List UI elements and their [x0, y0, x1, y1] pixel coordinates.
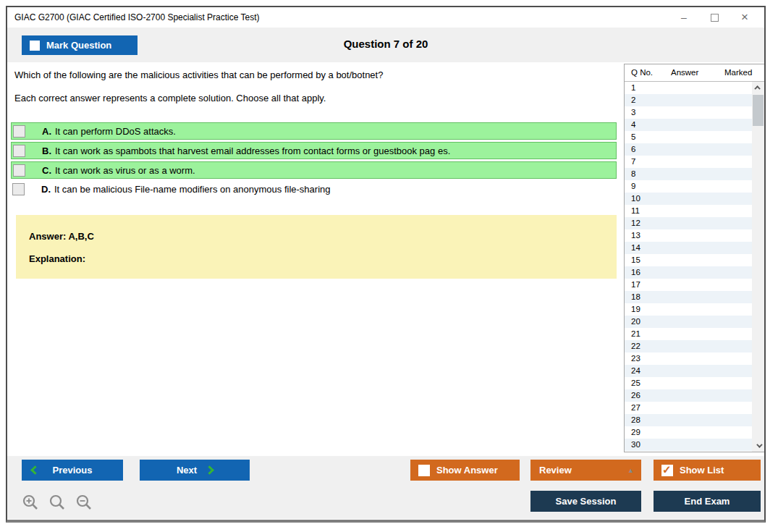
show-answer-button[interactable]: Show Answer: [410, 460, 520, 481]
question-list-row[interactable]: 26: [625, 389, 752, 402]
option-text: It can work as spambots that harvest ema…: [55, 145, 450, 156]
save-session-button[interactable]: Save Session: [530, 491, 641, 512]
question-list-row[interactable]: 6: [625, 143, 752, 156]
question-list-row[interactable]: 1: [625, 82, 752, 94]
question-list-row[interactable]: 22: [625, 340, 752, 352]
close-button[interactable]: ×: [730, 7, 760, 28]
question-list-row[interactable]: 13: [625, 229, 752, 242]
question-list-row[interactable]: 11: [625, 205, 752, 217]
show-list-checkbox[interactable]: ✓: [661, 465, 673, 476]
question-list-row[interactable]: 17: [625, 279, 752, 291]
answer-option-a[interactable]: A.It can perform DDoS attacks.: [11, 122, 617, 140]
question-list-row[interactable]: 5: [625, 131, 752, 143]
show-list-button[interactable]: ✓ Show List: [654, 460, 761, 481]
previous-label: Previous: [53, 465, 93, 476]
question-list-row[interactable]: 25: [625, 377, 752, 389]
previous-button[interactable]: Previous: [22, 460, 123, 481]
question-list-row[interactable]: 2: [625, 94, 752, 106]
row-qno: 5: [625, 131, 664, 143]
row-qno: 30: [625, 439, 664, 451]
option-letter: B.: [42, 145, 51, 156]
option-letter: A.: [42, 126, 51, 137]
footer-bar: Previous Next Show Answer Review ▲ ✓ Sho…: [7, 456, 764, 519]
scroll-up-button[interactable]: [752, 82, 764, 93]
question-list-row[interactable]: 14: [625, 242, 752, 254]
window-title: GIAC G2700 (GIAC Certified ISO-2700 Spec…: [14, 12, 260, 22]
answer-option-d[interactable]: D.It can be malicious File-name modifier…: [11, 181, 617, 198]
question-list-row[interactable]: 12: [625, 217, 752, 229]
close-icon: ×: [741, 10, 748, 25]
option-checkbox[interactable]: [13, 145, 25, 157]
question-list-row[interactable]: 15: [625, 254, 752, 266]
row-qno: 23: [625, 352, 664, 365]
option-checkbox[interactable]: [12, 183, 25, 195]
explanation-label: Explanation:: [29, 253, 617, 264]
row-qno: 19: [625, 303, 664, 316]
question-list-row[interactable]: 10: [625, 193, 752, 205]
question-list-row[interactable]: 18: [625, 291, 752, 303]
question-list-row[interactable]: 21: [625, 328, 752, 340]
maximize-button[interactable]: [699, 7, 730, 28]
question-instruction: Each correct answer represents a complet…: [14, 93, 326, 104]
zoom-out-icon[interactable]: [75, 494, 93, 512]
question-list-rows: 1 2 3 4 5 6 7 8 9 10: [625, 82, 752, 452]
next-button[interactable]: Next: [140, 460, 250, 481]
row-qno: 18: [625, 291, 664, 303]
row-qno: 11: [625, 205, 664, 217]
question-text: Which of the following are the malicious…: [14, 69, 383, 80]
row-qno: 2: [625, 94, 664, 106]
question-list-row[interactable]: 23: [625, 352, 752, 365]
list-scrollbar[interactable]: [752, 82, 764, 452]
app-window: GIAC G2700 (GIAC Certified ISO-2700 Spec…: [6, 6, 766, 523]
option-checkbox[interactable]: [13, 125, 25, 138]
answer-option-c[interactable]: C.It can work as virus or as a worm.: [11, 161, 617, 179]
row-qno: 14: [625, 242, 664, 254]
show-answer-checkbox[interactable]: [418, 465, 430, 476]
row-qno: 6: [625, 143, 664, 156]
option-checkbox[interactable]: [13, 164, 25, 177]
save-session-label: Save Session: [556, 496, 617, 507]
row-qno: 22: [625, 340, 664, 352]
main-area: Which of the following are the malicious…: [7, 62, 764, 456]
minimize-icon: –: [681, 14, 687, 21]
chevron-left-icon: [30, 465, 40, 475]
question-list-row[interactable]: 27: [625, 402, 752, 414]
question-list-panel: Q No. Answer Marked 1 2 3 4 5 6 7: [624, 64, 764, 452]
question-list-row[interactable]: 20: [625, 316, 752, 328]
row-qno: 10: [625, 193, 664, 205]
row-qno: 4: [625, 119, 664, 131]
question-list-row[interactable]: 28: [625, 414, 752, 426]
zoom-in-icon[interactable]: [22, 494, 40, 512]
show-list-label: Show List: [680, 465, 724, 476]
title-bar: GIAC G2700 (GIAC Certified ISO-2700 Spec…: [7, 7, 764, 28]
question-list-row[interactable]: 29: [625, 426, 752, 439]
question-list-row[interactable]: 7: [625, 156, 752, 168]
question-list-row[interactable]: 16: [625, 266, 752, 279]
row-qno: 13: [625, 229, 664, 242]
question-list-row[interactable]: 8: [625, 168, 752, 180]
row-qno: 15: [625, 254, 664, 266]
row-qno: 20: [625, 316, 664, 328]
answer-option-b[interactable]: B.It can work as spambots that harvest e…: [11, 142, 617, 159]
next-label: Next: [177, 465, 197, 476]
question-list-row[interactable]: 24: [625, 365, 752, 377]
show-answer-label: Show Answer: [436, 465, 498, 476]
option-text: It can work as virus or as a worm.: [55, 165, 195, 176]
review-dropdown[interactable]: Review ▲: [530, 460, 641, 481]
row-qno: 24: [625, 365, 664, 377]
question-list-row[interactable]: 9: [625, 180, 752, 193]
column-header-qno: Q No.: [631, 68, 653, 77]
scroll-down-button[interactable]: [752, 440, 764, 452]
question-list-row[interactable]: 3: [625, 106, 752, 119]
scrollbar-thumb[interactable]: [753, 95, 764, 126]
question-list-row[interactable]: 30: [625, 439, 752, 451]
minimize-button[interactable]: –: [669, 7, 699, 28]
column-header-marked: Marked: [724, 68, 752, 77]
maximize-icon: [711, 14, 719, 22]
zoom-reset-icon[interactable]: [48, 494, 67, 512]
end-exam-button[interactable]: End Exam: [654, 491, 761, 512]
row-qno: 26: [625, 389, 664, 402]
question-list-row[interactable]: 4: [625, 119, 752, 131]
chevron-up-icon: [754, 85, 760, 91]
question-list-row[interactable]: 19: [625, 303, 752, 316]
